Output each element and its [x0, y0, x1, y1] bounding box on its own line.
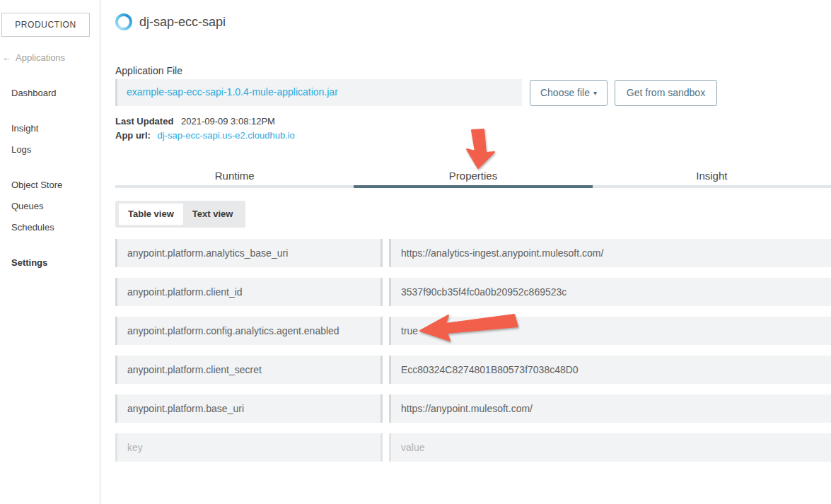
- app-url-link[interactable]: dj-sap-ecc-sapi.us-e2.cloudhub.io: [157, 130, 294, 141]
- sidebar-item-settings[interactable]: Settings: [11, 257, 47, 268]
- app-url-label: App url:: [115, 130, 151, 141]
- sidebar-item-insight[interactable]: Insight: [11, 123, 38, 134]
- table-row: anypoint.platform.client_secret Ecc80324…: [115, 356, 831, 384]
- new-property-key-cell: [115, 433, 383, 462]
- sidebar-item-schedules[interactable]: Schedules: [11, 222, 54, 233]
- get-from-sandbox-button[interactable]: Get from sandbox: [615, 80, 717, 106]
- sidebar: PRODUCTION ←Applications Dashboard Insig…: [0, 0, 100, 504]
- application-file-label: Application File: [115, 65, 182, 76]
- properties-table: anypoint.platform.analytics_base_uri htt…: [115, 239, 831, 472]
- property-value[interactable]: 3537f90cb35f4fc0a0b20952c869523c: [389, 278, 831, 306]
- last-updated-line: Last Updated 2021-09-09 3:08:12PM: [115, 116, 275, 127]
- new-property-value-cell: [389, 433, 831, 462]
- property-key[interactable]: anypoint.platform.client_id: [115, 278, 383, 306]
- property-value[interactable]: https://anypoint.mulesoft.com/: [389, 394, 831, 423]
- environment-selector-button[interactable]: PRODUCTION: [1, 13, 90, 37]
- last-updated-value: 2021-09-09 3:08:12PM: [181, 116, 275, 127]
- table-row: anypoint.platform.config.analytics.agent…: [115, 317, 831, 345]
- table-row: anypoint.platform.analytics_base_uri htt…: [115, 239, 831, 267]
- arrow-left-icon: ←: [2, 52, 11, 63]
- sidebar-item-object-store[interactable]: Object Store: [11, 180, 62, 190]
- app-url-line: App url: dj-sap-ecc-sapi.us-e2.cloudhub.…: [115, 130, 295, 141]
- table-view-button[interactable]: Table view: [119, 204, 183, 225]
- sidebar-item-logs[interactable]: Logs: [11, 144, 31, 155]
- tab-properties[interactable]: Properties: [354, 168, 592, 188]
- settings-tabs: Runtime Properties Insight: [115, 168, 831, 188]
- property-key[interactable]: anypoint.platform.client_secret: [115, 356, 383, 384]
- back-link-label: Applications: [16, 52, 65, 63]
- tab-insight[interactable]: Insight: [593, 168, 831, 188]
- table-row: anypoint.platform.client_id 3537f90cb35f…: [115, 278, 831, 306]
- property-key[interactable]: anypoint.platform.analytics_base_uri: [115, 239, 383, 267]
- text-view-button[interactable]: Text view: [183, 204, 243, 225]
- application-file-link[interactable]: example-sap-ecc-sapi-1.0.4-mule-applicat…: [127, 86, 338, 98]
- property-value[interactable]: true: [389, 317, 831, 345]
- property-value[interactable]: https://analytics-ingest.anypoint.muleso…: [389, 239, 831, 267]
- new-property-row: [115, 433, 831, 462]
- app-spinner-icon: [115, 13, 132, 30]
- properties-view-toggle: Table view Text view: [115, 201, 245, 228]
- table-row: anypoint.platform.base_uri https://anypo…: [115, 394, 831, 423]
- choose-file-label: Choose file: [540, 87, 590, 98]
- application-file-box: example-sap-ecc-sapi-1.0.4-mule-applicat…: [115, 79, 522, 106]
- new-key-input[interactable]: [127, 434, 368, 461]
- property-value[interactable]: Ecc80324C8274801B80573f7038c48D0: [389, 356, 831, 384]
- chevron-down-icon: ▾: [593, 89, 597, 97]
- sidebar-item-dashboard[interactable]: Dashboard: [11, 88, 57, 98]
- sidebar-item-queues[interactable]: Queues: [11, 201, 44, 211]
- last-updated-label: Last Updated: [115, 116, 173, 127]
- choose-file-button[interactable]: Choose file▾: [530, 80, 608, 106]
- tab-runtime[interactable]: Runtime: [115, 168, 354, 188]
- property-key[interactable]: anypoint.platform.config.analytics.agent…: [115, 317, 383, 345]
- back-to-applications-link[interactable]: ←Applications: [2, 52, 65, 63]
- page-title: dj-sap-ecc-sapi: [139, 15, 226, 30]
- red-arrow-down-icon: [458, 128, 502, 169]
- new-value-input[interactable]: [401, 434, 818, 461]
- property-key[interactable]: anypoint.platform.base_uri: [115, 394, 383, 423]
